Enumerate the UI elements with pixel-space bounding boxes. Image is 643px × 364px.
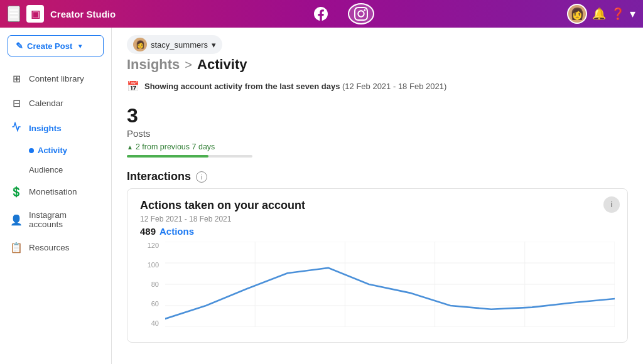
topnav-center bbox=[121, 3, 562, 24]
stat-change-text: 2 from previous 7 days bbox=[136, 142, 215, 151]
chart-inner bbox=[165, 242, 615, 327]
chart-stat: 489 Actions bbox=[140, 226, 615, 237]
app-logo: ▣ bbox=[26, 5, 44, 23]
sidebar-item-label: Instagram accounts bbox=[29, 210, 101, 229]
sidebar-item-insights[interactable]: Insights bbox=[0, 115, 111, 141]
account-dropdown-icon: ▾ bbox=[212, 40, 216, 50]
info-bar-date-range: (12 Feb 2021 - 18 Feb 2021) bbox=[342, 82, 446, 91]
sidebar-subitem-audience[interactable]: Audience bbox=[0, 160, 111, 179]
user-avatar[interactable]: 👩 bbox=[567, 4, 587, 24]
sidebar-subitem-label: Audience bbox=[29, 165, 63, 174]
stat-number: 3 bbox=[127, 105, 628, 127]
create-post-label: Create Post bbox=[27, 41, 72, 51]
y-label: 100 bbox=[140, 261, 163, 269]
interactions-title: Interactions bbox=[127, 170, 191, 183]
calendar-range-icon: 📅 bbox=[127, 80, 139, 92]
y-label: 80 bbox=[140, 281, 163, 288]
topnav-right: 👩 🔔 ❓ ▾ bbox=[567, 4, 635, 24]
notifications-button[interactable]: 🔔 bbox=[592, 7, 606, 21]
sidebar-item-calendar[interactable]: ⊟ Calendar bbox=[0, 91, 111, 115]
y-label: 60 bbox=[140, 300, 163, 308]
stats-section: 3 Posts ▲ 2 from previous 7 days bbox=[112, 100, 643, 168]
sidebar-item-instagram-accounts[interactable]: 👤 Instagram accounts bbox=[0, 204, 111, 235]
progress-fill bbox=[127, 155, 208, 158]
sidebar-subitem-activity[interactable]: Activity bbox=[0, 141, 111, 160]
y-label: 40 bbox=[140, 319, 163, 327]
edit-icon: ✎ bbox=[16, 41, 23, 51]
breadcrumb-activity: Activity bbox=[197, 56, 247, 73]
account-bar: 👩 stacy_summers ▾ bbox=[112, 28, 643, 54]
insights-icon bbox=[10, 122, 23, 134]
logo-icon: ▣ bbox=[31, 8, 40, 20]
y-label: 120 bbox=[140, 242, 163, 249]
top-navigation: ☰ ▣ Creator Studio 👩 🔔 ❓ ▾ bbox=[0, 0, 643, 28]
chart-card: Actions taken on your account 12 Feb 202… bbox=[127, 188, 628, 343]
interactions-info-icon[interactable]: i bbox=[196, 171, 207, 183]
instagram-nav-button[interactable] bbox=[348, 3, 374, 24]
progress-bar-wrap bbox=[127, 155, 628, 158]
chart-actions-link[interactable]: Actions bbox=[159, 226, 194, 237]
interactions-header: Interactions i bbox=[112, 168, 643, 188]
chart-date-range: 12 Feb 2021 - 18 Feb 2021 bbox=[140, 215, 615, 223]
account-username: stacy_summers bbox=[151, 40, 208, 50]
instagram-accounts-icon: 👤 bbox=[10, 214, 23, 226]
calendar-icon: ⊟ bbox=[10, 97, 23, 109]
sidebar-item-label: Content library bbox=[29, 74, 84, 83]
content-library-icon: ⊞ bbox=[10, 73, 23, 85]
line-chart-svg bbox=[165, 242, 615, 327]
breadcrumb: Insights > Activity bbox=[112, 54, 643, 78]
stat-change: ▲ 2 from previous 7 days bbox=[127, 142, 628, 151]
chart-title: Actions taken on your account bbox=[140, 199, 615, 212]
arrow-up-icon: ▲ bbox=[127, 144, 133, 151]
content-area: 👩 stacy_summers ▾ Insights > Activity 📅 … bbox=[112, 28, 643, 364]
topnav-dropdown-button[interactable]: ▾ bbox=[630, 7, 635, 21]
help-button[interactable]: ❓ bbox=[611, 7, 625, 21]
monetisation-icon: 💲 bbox=[10, 186, 23, 198]
sidebar: ✎ Create Post ▾ ⊞ Content library ⊟ Cale… bbox=[0, 28, 112, 364]
active-dot-icon bbox=[29, 148, 34, 153]
account-selector[interactable]: 👩 stacy_summers ▾ bbox=[127, 35, 222, 54]
sidebar-item-label: Resources bbox=[29, 243, 70, 252]
topnav-left: ☰ ▣ Creator Studio bbox=[8, 5, 116, 23]
resources-icon: 📋 bbox=[10, 242, 23, 254]
info-bar: 📅 Showing account activity from the last… bbox=[112, 78, 643, 100]
chart-stat-number: 489 bbox=[140, 226, 156, 237]
account-avatar: 👩 bbox=[133, 38, 147, 51]
create-post-chevron-icon: ▾ bbox=[78, 43, 82, 50]
info-bar-main-text: Showing account activity from the last s… bbox=[144, 82, 340, 91]
avatar-image: 👩 bbox=[570, 7, 584, 21]
create-post-button[interactable]: ✎ Create Post ▾ bbox=[8, 35, 104, 56]
sidebar-item-label: Calendar bbox=[29, 99, 63, 108]
breadcrumb-separator: > bbox=[185, 58, 192, 72]
sidebar-item-monetisation[interactable]: 💲 Monetisation bbox=[0, 179, 111, 204]
sidebar-subitem-label: Activity bbox=[38, 146, 67, 155]
info-bar-text: Showing account activity from the last s… bbox=[144, 82, 446, 91]
stat-label: Posts bbox=[127, 128, 628, 139]
chart-wrap: 120 100 80 60 40 bbox=[140, 242, 615, 342]
app-title: Creator Studio bbox=[50, 9, 116, 19]
hamburger-menu-button[interactable]: ☰ bbox=[8, 6, 20, 22]
sidebar-item-resources[interactable]: 📋 Resources bbox=[0, 235, 111, 260]
sidebar-item-content-library[interactable]: ⊞ Content library bbox=[0, 67, 111, 91]
breadcrumb-insights[interactable]: Insights bbox=[127, 56, 180, 73]
facebook-nav-button[interactable] bbox=[309, 4, 333, 23]
chart-info-button[interactable]: i bbox=[603, 196, 620, 213]
sidebar-item-label: Monetisation bbox=[29, 187, 77, 196]
sidebar-item-label: Insights bbox=[29, 124, 62, 133]
y-axis: 120 100 80 60 40 bbox=[140, 242, 163, 327]
progress-bar bbox=[127, 155, 252, 158]
main-layout: ✎ Create Post ▾ ⊞ Content library ⊟ Cale… bbox=[0, 28, 643, 364]
